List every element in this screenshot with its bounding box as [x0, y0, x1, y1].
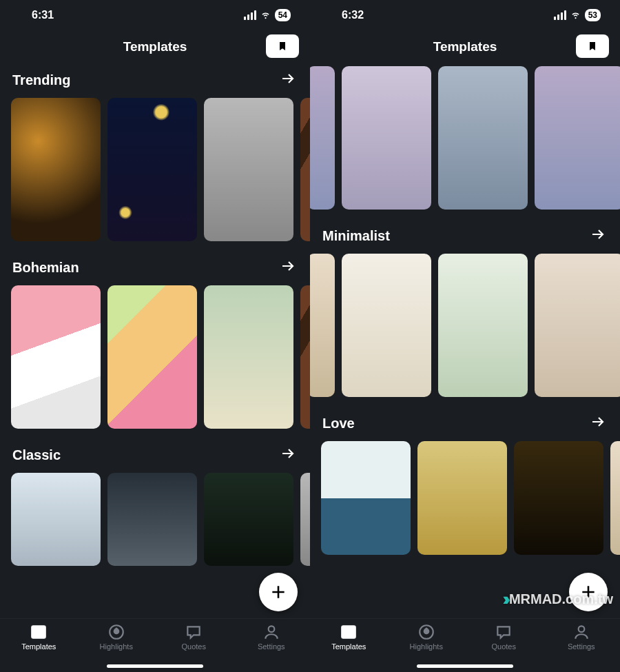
tab-highlights[interactable]: Highlights	[78, 623, 156, 651]
bookmark-icon	[277, 40, 288, 52]
svg-rect-3	[342, 626, 356, 638]
status-bar: 6:32 53	[310, 0, 620, 30]
template-row-trending[interactable]	[11, 98, 310, 254]
template-card[interactable]	[342, 254, 431, 397]
tab-settings[interactable]: Settings	[233, 623, 311, 651]
arrow-right-icon[interactable]	[280, 258, 296, 277]
tab-bar: Templates Highlights Quotes Settings	[310, 618, 620, 672]
template-card[interactable]	[514, 441, 603, 555]
template-card[interactable]	[204, 473, 293, 566]
section-header-love[interactable]: Love	[321, 409, 620, 441]
arrow-right-icon[interactable]	[280, 445, 296, 465]
tab-label: Templates	[21, 642, 56, 651]
template-card[interactable]	[438, 66, 528, 210]
template-card[interactable]	[11, 473, 101, 566]
svg-point-5	[578, 626, 584, 632]
settings-icon	[262, 623, 280, 641]
plus-icon	[269, 583, 287, 601]
status-time: 6:31	[32, 9, 54, 21]
page-title: Templates	[433, 39, 497, 54]
template-row-top[interactable]	[310, 66, 620, 222]
arrow-right-icon[interactable]	[590, 414, 606, 433]
section-header-trending[interactable]: Trending	[11, 66, 310, 98]
bookmarks-button[interactable]	[576, 34, 609, 58]
section-header-minimalist[interactable]: Minimalist	[321, 222, 620, 254]
template-card[interactable]	[300, 473, 310, 566]
template-card[interactable]	[11, 98, 101, 241]
tab-label: Settings	[568, 642, 595, 651]
quotes-icon	[185, 623, 203, 641]
section-title: Minimalist	[322, 228, 390, 244]
templates-icon	[340, 623, 358, 641]
watermark-text: MRMAD.com.tw	[509, 591, 613, 607]
arrow-right-icon[interactable]	[590, 226, 606, 245]
highlights-icon	[417, 623, 435, 641]
template-card[interactable]	[321, 441, 411, 555]
watermark: ›› MRMAD.com.tw	[503, 589, 613, 610]
template-card[interactable]	[535, 66, 620, 210]
cellular-icon	[244, 10, 256, 20]
template-card[interactable]	[310, 66, 335, 210]
template-card[interactable]	[107, 473, 197, 566]
settings-icon	[572, 623, 590, 641]
battery-level: 54	[275, 9, 291, 21]
section-title: Bohemian	[12, 260, 79, 276]
highlights-icon	[107, 623, 125, 641]
home-indicator[interactable]	[417, 664, 513, 668]
bookmark-icon	[587, 40, 598, 52]
tab-label: Quotes	[182, 642, 206, 651]
template-card[interactable]	[610, 441, 620, 555]
tab-bar: Templates Highlights Quotes Settings	[0, 618, 310, 672]
svg-point-2	[268, 626, 274, 632]
template-row-love[interactable]	[321, 441, 620, 567]
template-card[interactable]	[300, 285, 310, 429]
template-card[interactable]	[204, 98, 293, 241]
add-button[interactable]	[259, 573, 298, 611]
tab-label: Highlights	[100, 642, 133, 651]
template-card[interactable]	[107, 98, 197, 241]
tab-templates[interactable]: Templates	[0, 623, 78, 651]
status-time: 6:32	[342, 9, 364, 21]
template-card[interactable]	[11, 285, 101, 429]
templates-icon	[30, 623, 48, 641]
tab-templates[interactable]: Templates	[310, 623, 388, 651]
arrow-right-icon[interactable]	[280, 70, 296, 90]
template-card[interactable]	[300, 98, 310, 241]
template-card[interactable]	[438, 254, 528, 397]
cellular-icon	[554, 10, 566, 20]
tab-quotes[interactable]: Quotes	[155, 623, 233, 651]
template-row-classic[interactable]	[11, 473, 310, 578]
template-card[interactable]	[535, 254, 620, 397]
wifi-icon	[570, 8, 581, 23]
template-card[interactable]	[417, 441, 507, 555]
section-title: Classic	[12, 447, 61, 463]
tab-label: Quotes	[492, 642, 516, 651]
template-card[interactable]	[107, 285, 197, 429]
tab-quotes[interactable]: Quotes	[465, 623, 543, 651]
section-header-bohemian[interactable]: Bohemian	[11, 254, 310, 285]
section-title: Trending	[12, 72, 70, 88]
svg-rect-0	[32, 626, 46, 638]
page-header: Templates	[0, 30, 310, 63]
section-title: Love	[322, 416, 355, 431]
tab-label: Templates	[331, 642, 366, 651]
tab-highlights[interactable]: Highlights	[388, 623, 466, 651]
status-indicators: 53	[554, 8, 601, 23]
template-row-bohemian[interactable]	[11, 285, 310, 441]
screen-left: 6:31 54 Templates Trending Bo	[0, 0, 310, 672]
watermark-logo-icon: ››	[503, 589, 506, 610]
template-card[interactable]	[310, 254, 335, 397]
template-card[interactable]	[342, 66, 431, 210]
page-title: Templates	[123, 39, 187, 54]
tab-settings[interactable]: Settings	[543, 623, 621, 651]
template-row-minimalist[interactable]	[310, 254, 620, 409]
status-indicators: 54	[244, 8, 291, 23]
home-indicator[interactable]	[107, 664, 203, 668]
status-bar: 6:31 54	[0, 0, 310, 30]
bookmarks-button[interactable]	[266, 34, 299, 58]
template-card[interactable]	[204, 285, 293, 429]
battery-level: 53	[585, 9, 601, 21]
tab-label: Highlights	[410, 642, 443, 651]
section-header-classic[interactable]: Classic	[11, 441, 310, 473]
quotes-icon	[495, 623, 513, 641]
